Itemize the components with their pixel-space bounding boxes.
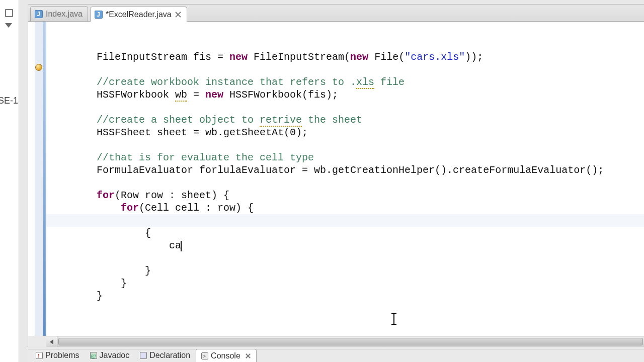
view-tab-problems[interactable]: Problems: [31, 349, 85, 362]
keyword: new: [205, 89, 223, 101]
keyword: new: [350, 51, 368, 63]
horizontal-scrollbar[interactable]: [46, 336, 644, 347]
editor-rulers: [28, 22, 46, 336]
code-text: }: [97, 290, 103, 302]
view-menu-icon[interactable]: [5, 23, 12, 28]
view-label: Declaration: [149, 351, 190, 360]
java-file-icon: [35, 10, 43, 18]
editor-area: Index.java *ExcelReader.java FileInputSt…: [28, 4, 644, 347]
console-icon: [201, 352, 208, 359]
view-tab-console[interactable]: Console: [196, 349, 257, 362]
tab-index-java[interactable]: Index.java: [30, 6, 88, 21]
javadoc-icon: [90, 352, 97, 359]
spell-warning: xls: [356, 76, 374, 89]
close-icon[interactable]: [245, 353, 251, 359]
keyword: new: [229, 51, 248, 63]
bottom-views-bar: Problems Javadoc Declaration Console: [28, 349, 644, 362]
problems-icon: [36, 352, 43, 359]
close-icon[interactable]: [175, 11, 182, 18]
comment: //that is for evaluate the cell type: [97, 152, 314, 163]
code-text: =: [187, 89, 205, 101]
keyword: for: [97, 202, 139, 214]
code-text: HSSFWorkbook: [97, 89, 175, 101]
code-text: FileInputStream(: [248, 51, 350, 63]
code-text: }: [97, 265, 151, 277]
code-text: {: [97, 227, 151, 239]
declaration-icon: [140, 352, 147, 359]
code-text: (Row row : sheet) {: [115, 190, 229, 201]
warning-marker-icon[interactable]: [35, 64, 42, 71]
code-text: ));: [465, 51, 483, 63]
minimize-view-icon[interactable]: [5, 9, 13, 17]
comment: //create workbook instance that refers t…: [97, 76, 356, 88]
view-label: Javadoc: [100, 351, 130, 360]
string-literal: "cars.xls": [405, 51, 465, 63]
scroll-left-button[interactable]: [46, 336, 57, 347]
workbench: SE-1 Index.java *ExcelReader.java: [0, 0, 644, 362]
code-text: File(: [368, 51, 405, 63]
code-text: FileInputStream fis =: [97, 51, 229, 63]
tab-excelreader-java[interactable]: *ExcelReader.java: [90, 7, 187, 22]
current-line-highlight: [46, 214, 644, 227]
editor-tab-bar: Index.java *ExcelReader.java: [28, 5, 644, 22]
code-text: FormulaEvaluator forlulaEvaluator = wb.g…: [97, 164, 604, 176]
comment: file: [374, 76, 405, 88]
folding-ruler[interactable]: [35, 22, 43, 336]
view-tab-javadoc[interactable]: Javadoc: [85, 349, 135, 362]
tab-label: Index.java: [46, 10, 83, 19]
mouse-text-cursor-icon: [393, 313, 394, 324]
scrollbar-thumb[interactable]: [58, 338, 643, 345]
code-text: HSSFWorkbook(fis);: [223, 89, 338, 101]
left-trim: SE-1: [0, 0, 19, 362]
code-text: }: [97, 278, 127, 289]
comment: the sheet: [302, 114, 362, 126]
warning: wb: [175, 89, 187, 102]
view-tab-declaration[interactable]: Declaration: [135, 349, 196, 362]
view-label: Console: [211, 351, 240, 360]
keyword: for: [97, 190, 115, 201]
code-text: (Cell cell : row) {: [139, 202, 254, 214]
perspective-label: SE-1: [0, 96, 18, 106]
code-text: ca: [97, 240, 181, 251]
editor-body: FileInputStream fis = new FileInputStrea…: [28, 22, 644, 336]
code-editor[interactable]: FileInputStream fis = new FileInputStrea…: [46, 22, 644, 336]
text-caret: [181, 241, 182, 251]
comment: //create a sheet object to: [97, 114, 260, 126]
tab-label: *ExcelReader.java: [106, 10, 172, 19]
view-label: Problems: [45, 351, 79, 360]
java-file-icon: [95, 11, 103, 19]
chevron-left-icon: [50, 339, 53, 344]
annotation-ruler[interactable]: [28, 22, 35, 336]
spell-warning: retrive: [260, 114, 302, 127]
code-text: HSSFSheet sheet = wb.getSheetAt(0);: [97, 127, 308, 138]
